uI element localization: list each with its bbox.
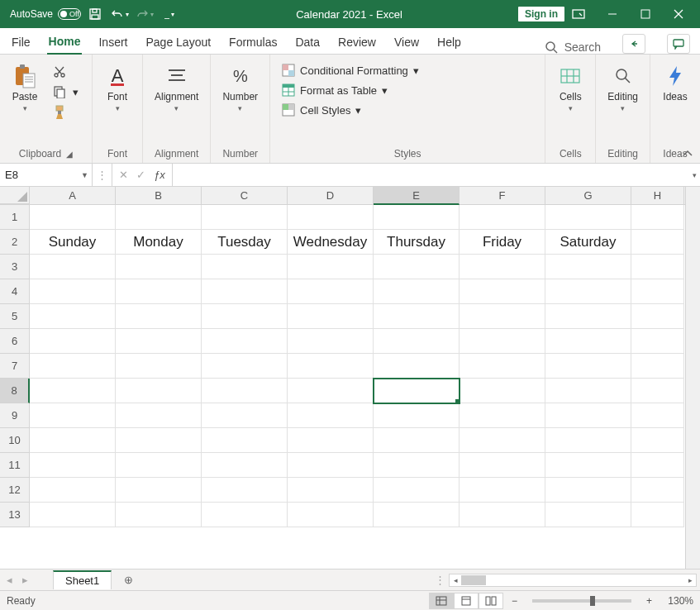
cells-dropdown[interactable]: Cells ▾ bbox=[552, 61, 588, 114]
cell-D13[interactable] bbox=[288, 503, 374, 527]
cell-B10[interactable] bbox=[116, 428, 202, 453]
close-button[interactable] bbox=[662, 3, 695, 25]
zoom-level[interactable]: 130% bbox=[660, 595, 693, 607]
cell-D10[interactable] bbox=[288, 428, 374, 453]
row-header-8[interactable]: 8 bbox=[0, 379, 30, 403]
cell-B8[interactable] bbox=[116, 379, 202, 403]
cell-C2[interactable]: Tuesday bbox=[202, 230, 288, 255]
row-header-12[interactable]: 12 bbox=[0, 478, 30, 503]
expand-formula-icon[interactable]: ▾ bbox=[693, 171, 697, 179]
tab-home[interactable]: Home bbox=[47, 30, 83, 55]
column-header-C[interactable]: C bbox=[202, 187, 288, 204]
cell-F8[interactable] bbox=[460, 379, 545, 403]
cell-F5[interactable] bbox=[460, 304, 545, 329]
cell-G4[interactable] bbox=[545, 279, 631, 304]
number-dropdown[interactable]: % Number ▾ bbox=[217, 61, 263, 114]
row-header-3[interactable]: 3 bbox=[0, 255, 30, 279]
cell-E3[interactable] bbox=[374, 255, 460, 279]
cell-H10[interactable] bbox=[631, 428, 684, 453]
cell-G12[interactable] bbox=[545, 478, 631, 503]
column-header-H[interactable]: H bbox=[631, 187, 684, 204]
row-header-7[interactable]: 7 bbox=[0, 354, 30, 379]
horizontal-scrollbar[interactable]: ◂ ▸ bbox=[449, 574, 697, 587]
zoom-in-button[interactable]: + bbox=[646, 595, 652, 607]
scroll-right-icon[interactable]: ▸ bbox=[684, 574, 696, 586]
normal-view-button[interactable] bbox=[429, 593, 454, 609]
cell-A8[interactable] bbox=[30, 379, 116, 403]
cell-C11[interactable] bbox=[202, 453, 288, 478]
cell-H8[interactable] bbox=[631, 379, 684, 403]
cell-C12[interactable] bbox=[202, 478, 288, 503]
cell-B4[interactable] bbox=[116, 279, 202, 304]
cell-D8[interactable] bbox=[288, 379, 374, 403]
cell-B2[interactable]: Monday bbox=[116, 230, 202, 255]
cell-E4[interactable] bbox=[374, 279, 460, 304]
cell-D9[interactable] bbox=[288, 403, 374, 428]
name-box[interactable]: E8▼ bbox=[0, 164, 93, 186]
sheet-nav-next[interactable]: ▸ bbox=[19, 574, 31, 586]
cell-E2[interactable]: Thursday bbox=[374, 230, 460, 255]
cell-F12[interactable] bbox=[460, 478, 545, 503]
cell-C13[interactable] bbox=[202, 503, 288, 527]
cell-B11[interactable] bbox=[116, 453, 202, 478]
new-sheet-button[interactable]: ⊕ bbox=[120, 572, 136, 589]
cell-D4[interactable] bbox=[288, 279, 374, 304]
tab-data[interactable]: Data bbox=[293, 31, 321, 54]
cell-E11[interactable] bbox=[374, 453, 460, 478]
row-header-13[interactable]: 13 bbox=[0, 503, 30, 527]
tab-split-handle[interactable]: ⋮ bbox=[435, 574, 445, 586]
alignment-dropdown[interactable]: Alignment ▾ bbox=[150, 61, 203, 114]
column-header-B[interactable]: B bbox=[116, 187, 202, 204]
cell-H13[interactable] bbox=[631, 503, 684, 527]
cell-B13[interactable] bbox=[116, 503, 202, 527]
cell-A6[interactable] bbox=[30, 329, 116, 354]
vertical-scrollbar[interactable] bbox=[685, 187, 700, 569]
cell-A10[interactable] bbox=[30, 428, 116, 453]
cell-A11[interactable] bbox=[30, 453, 116, 478]
column-header-D[interactable]: D bbox=[288, 187, 374, 204]
row-header-5[interactable]: 5 bbox=[0, 304, 30, 329]
cell-A3[interactable] bbox=[30, 255, 116, 279]
cell-A4[interactable] bbox=[30, 279, 116, 304]
paste-button[interactable]: Paste ▾ bbox=[7, 61, 43, 114]
cell-F2[interactable]: Friday bbox=[460, 230, 545, 255]
cell-E10[interactable] bbox=[374, 428, 460, 453]
cell-D12[interactable] bbox=[288, 478, 374, 503]
row-header-6[interactable]: 6 bbox=[0, 329, 30, 354]
cell-C3[interactable] bbox=[202, 255, 288, 279]
cell-B7[interactable] bbox=[116, 354, 202, 379]
tab-file[interactable]: File bbox=[10, 31, 32, 54]
cell-F11[interactable] bbox=[460, 453, 545, 478]
page-layout-view-button[interactable] bbox=[454, 593, 479, 609]
cell-H4[interactable] bbox=[631, 279, 684, 304]
cell-G13[interactable] bbox=[545, 503, 631, 527]
cell-B12[interactable] bbox=[116, 478, 202, 503]
cell-G3[interactable] bbox=[545, 255, 631, 279]
cell-E8[interactable] bbox=[374, 379, 460, 403]
cell-F10[interactable] bbox=[460, 428, 545, 453]
minimize-button[interactable] bbox=[596, 3, 629, 25]
cell-F7[interactable] bbox=[460, 354, 545, 379]
cell-C8[interactable] bbox=[202, 379, 288, 403]
cell-H6[interactable] bbox=[631, 329, 684, 354]
share-button[interactable] bbox=[622, 34, 645, 54]
cell-G7[interactable] bbox=[545, 354, 631, 379]
format-painter-button[interactable] bbox=[48, 102, 83, 122]
cut-button[interactable] bbox=[48, 63, 83, 81]
customize-qat-icon[interactable]: ⎯▾ bbox=[159, 3, 180, 25]
cell-G10[interactable] bbox=[545, 428, 631, 453]
zoom-out-button[interactable]: − bbox=[512, 595, 517, 607]
functions-dropdown[interactable]: ⋮ bbox=[93, 164, 112, 186]
cell-styles-button[interactable]: Cell Styles▾ bbox=[277, 101, 538, 119]
column-header-A[interactable]: A bbox=[30, 187, 116, 204]
cell-D7[interactable] bbox=[288, 354, 374, 379]
cell-H9[interactable] bbox=[631, 403, 684, 428]
cell-B6[interactable] bbox=[116, 329, 202, 354]
page-break-view-button[interactable] bbox=[479, 593, 503, 609]
cell-C9[interactable] bbox=[202, 403, 288, 428]
cell-B3[interactable] bbox=[116, 255, 202, 279]
tab-review[interactable]: Review bbox=[336, 31, 378, 54]
cell-G6[interactable] bbox=[545, 329, 631, 354]
row-header-9[interactable]: 9 bbox=[0, 403, 30, 428]
comments-button[interactable] bbox=[667, 34, 690, 54]
